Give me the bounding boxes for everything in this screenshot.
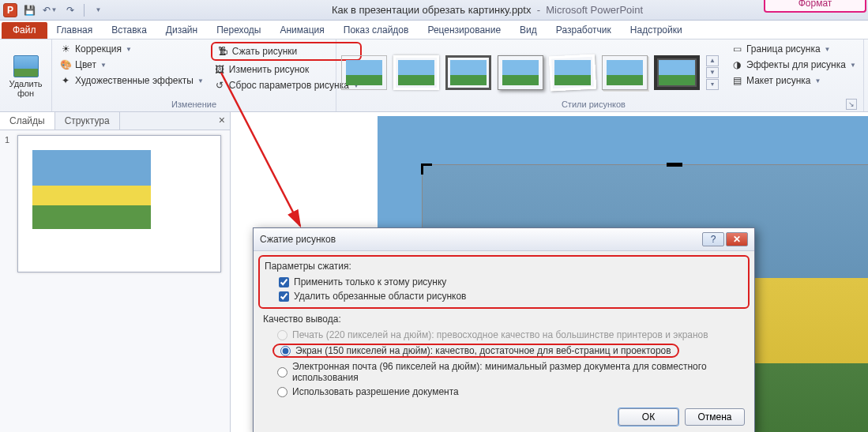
tab-format[interactable]: Формат bbox=[764, 0, 866, 13]
tab-transitions[interactable]: Переходы bbox=[207, 21, 270, 39]
style-thumb[interactable] bbox=[654, 55, 700, 90]
tab-design[interactable]: Дизайн bbox=[156, 21, 207, 39]
ok-button[interactable]: ОК bbox=[618, 408, 678, 426]
window-title: Как в презентации обрезать картинку.pptx… bbox=[110, 4, 865, 16]
tab-review[interactable]: Рецензирование bbox=[418, 21, 510, 39]
effects-icon: ◑ bbox=[731, 58, 743, 71]
style-thumb[interactable] bbox=[445, 55, 491, 90]
panel-close-icon[interactable]: × bbox=[214, 112, 230, 130]
dialog-close-button[interactable]: ✕ bbox=[726, 232, 748, 246]
filename: Как в презентации обрезать картинку.pptx bbox=[332, 4, 532, 16]
tab-addins[interactable]: Надстройки bbox=[621, 21, 692, 39]
highlight-screen-quality: Экран (150 пикселей на дюйм): качество, … bbox=[272, 344, 679, 358]
quality-section-title: Качество вывода: bbox=[263, 314, 745, 325]
quality-document-radio[interactable]: Использовать разрешение документа bbox=[263, 385, 745, 399]
corrections-icon: ☀ bbox=[59, 43, 72, 55]
style-thumb[interactable] bbox=[550, 55, 596, 90]
slides-panel: Слайды Структура × 1 bbox=[0, 112, 231, 432]
reset-picture-icon: ↺ bbox=[213, 79, 226, 92]
dialog-titlebar[interactable]: Сжатие рисунков ? ✕ bbox=[254, 228, 754, 251]
qat-customize-icon[interactable]: ▼ bbox=[89, 2, 107, 19]
style-thumb[interactable] bbox=[602, 55, 648, 90]
quality-print-input bbox=[277, 330, 287, 340]
layout-icon: ▤ bbox=[731, 74, 743, 87]
quality-screen-input[interactable] bbox=[280, 346, 291, 356]
apply-only-input[interactable] bbox=[279, 277, 289, 287]
picture-styles-gallery: ▲▼▾ bbox=[341, 42, 719, 98]
compress-icon: 🗜 bbox=[216, 45, 229, 58]
qat-undo-icon[interactable]: ↶▼ bbox=[41, 2, 58, 19]
remove-background-button[interactable]: Удалить фон bbox=[5, 42, 47, 111]
remove-bg-label2: фон bbox=[17, 88, 34, 98]
tab-slideshow[interactable]: Показ слайдов bbox=[334, 21, 419, 39]
crop-handle[interactable] bbox=[667, 163, 682, 167]
remove-bg-label1: Удалить bbox=[9, 79, 43, 88]
app-name: Microsoft PowerPoint bbox=[546, 4, 643, 16]
style-thumb[interactable] bbox=[498, 55, 543, 90]
remove-background-icon bbox=[13, 55, 39, 77]
dialog-title: Сжатие рисунков bbox=[260, 234, 701, 245]
color-button[interactable]: 🎨Цвет▼ bbox=[57, 58, 206, 72]
styles-group-label: Стили рисунков bbox=[341, 98, 846, 111]
artistic-effects-icon: ✦ bbox=[59, 74, 72, 87]
artistic-effects-button[interactable]: ✦Художественные эффекты▼ bbox=[57, 73, 206, 88]
style-thumb[interactable] bbox=[393, 55, 439, 90]
params-section-title: Параметры сжатия: bbox=[265, 261, 743, 272]
quality-screen-radio[interactable]: Экран (150 пикселей на дюйм): качество, … bbox=[279, 345, 673, 356]
compress-pictures-dialog: Сжатие рисунков ? ✕ Параметры сжатия: Пр… bbox=[253, 227, 755, 432]
qat-redo-icon[interactable]: ↷ bbox=[62, 2, 79, 19]
thumbnail-image bbox=[32, 150, 151, 229]
highlight-params: Параметры сжатия: Применить только к это… bbox=[258, 255, 750, 309]
styles-dialog-launcher[interactable]: ↘ bbox=[846, 99, 857, 110]
adjust-group-label: Изменение bbox=[57, 98, 331, 111]
gallery-scroll[interactable]: ▲▼▾ bbox=[706, 55, 719, 90]
quality-document-input[interactable] bbox=[277, 387, 287, 397]
dialog-help-button[interactable]: ? bbox=[702, 232, 724, 246]
apply-only-checkbox[interactable]: Применить только к этому рисунку bbox=[265, 275, 743, 289]
cancel-button[interactable]: Отмена bbox=[685, 408, 745, 426]
tab-developer[interactable]: Разработчик bbox=[547, 21, 621, 39]
quality-email-radio[interactable]: Электронная почта (96 пикселей на дюйм):… bbox=[263, 359, 745, 385]
slide-number: 1 bbox=[5, 135, 13, 272]
border-icon: ▭ bbox=[731, 43, 743, 55]
slide-thumbnail[interactable]: 1 bbox=[5, 135, 225, 272]
corrections-button[interactable]: ☀Коррекция▼ bbox=[57, 42, 206, 56]
tab-file[interactable]: Файл bbox=[2, 22, 47, 39]
tab-home[interactable]: Главная bbox=[47, 21, 103, 39]
outline-tab[interactable]: Структура bbox=[55, 112, 120, 130]
tab-animations[interactable]: Анимация bbox=[270, 21, 333, 39]
tab-view[interactable]: Вид bbox=[510, 21, 547, 39]
picture-effects-button[interactable]: ◑Эффекты для рисунка▼ bbox=[728, 58, 859, 72]
ribbon-tabs: Файл Главная Вставка Дизайн Переходы Ани… bbox=[0, 21, 868, 39]
delete-cropped-input[interactable] bbox=[279, 291, 289, 302]
picture-layout-button[interactable]: ▤Макет рисунка▼ bbox=[728, 73, 859, 88]
slides-tab[interactable]: Слайды bbox=[0, 112, 55, 130]
quality-email-input[interactable] bbox=[277, 367, 287, 378]
style-thumb[interactable] bbox=[341, 55, 387, 90]
quality-print-radio: Печать (220 пикселей на дюйм): превосход… bbox=[263, 328, 745, 342]
crop-handle[interactable] bbox=[421, 163, 432, 175]
picture-border-button[interactable]: ▭Граница рисунка▼ bbox=[728, 42, 859, 56]
qat-separator bbox=[84, 4, 85, 17]
tab-insert[interactable]: Вставка bbox=[102, 21, 156, 39]
app-logo-icon: P bbox=[3, 3, 17, 17]
title-bar: P 💾 ↶▼ ↷ ▼ Как в презентации обрезать ка… bbox=[0, 0, 868, 21]
change-picture-icon: 🖼 bbox=[213, 63, 226, 76]
color-icon: 🎨 bbox=[59, 58, 72, 71]
ribbon: Удалить фон ☀Коррекция▼ 🎨Цвет▼ ✦Художест… bbox=[0, 39, 868, 112]
qat-save-icon[interactable]: 💾 bbox=[21, 2, 38, 19]
delete-cropped-checkbox[interactable]: Удалить обрезанные области рисунков bbox=[265, 289, 743, 303]
